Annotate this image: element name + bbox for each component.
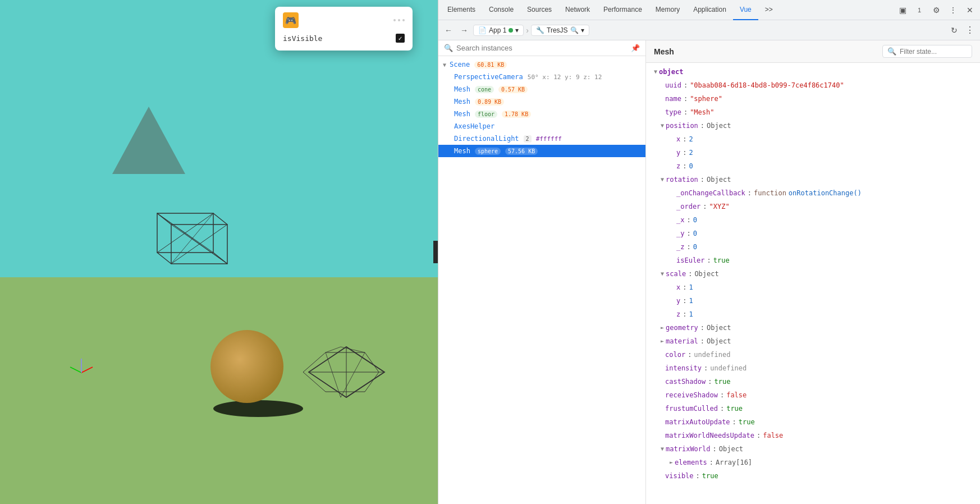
tab-performance[interactable]: Performance — [597, 0, 649, 20]
prop-key-name: name — [665, 93, 681, 104]
props-header: Mesh 🔍 — [646, 40, 980, 63]
widget-card: 🎮 isVisible ✓ — [275, 7, 413, 51]
prop-val-scale-y: 1 — [689, 295, 693, 306]
tree-row-axes[interactable]: AxesHelper — [438, 120, 645, 132]
breadcrumb-separator: › — [526, 26, 529, 35]
prop-rot-order: _order : "XYZ" — [646, 200, 980, 213]
prop-val-material: Object — [707, 336, 731, 347]
prop-val-elements: Array[16] — [716, 457, 752, 468]
tab-network[interactable]: Network — [558, 0, 597, 20]
tree-row-camera[interactable]: PerspectiveCamera 50° x: 12 y: 9 z: 12 — [438, 71, 645, 83]
prop-scale-z: z : 1 — [646, 308, 980, 321]
prop-toggle-elements[interactable]: ► — [670, 457, 673, 468]
prop-name: name : "sphere" — [646, 92, 980, 106]
pin-icon[interactable]: 📌 — [631, 44, 640, 52]
prop-material: ► material : Object — [646, 335, 980, 348]
tab-elements[interactable]: Elements — [441, 0, 482, 20]
mesh4-size-badge: 57.56 KB — [505, 148, 538, 155]
forward-button[interactable]: → — [457, 24, 471, 37]
collapse-panel-arrow[interactable]: ‹ — [433, 241, 438, 263]
prop-key-material: material — [666, 336, 698, 347]
prop-type: type : "Mesh" — [646, 106, 980, 119]
prop-colon: : — [684, 80, 688, 91]
breadcrumb-app[interactable]: 📄 App 1 ▾ — [473, 25, 524, 36]
filter-input[interactable] — [900, 48, 967, 56]
prop-scale-x: x : 1 — [646, 281, 980, 294]
tree-row-mesh3[interactable]: Mesh floor 1.78 KB — [438, 108, 645, 120]
app-label: App 1 — [489, 26, 506, 34]
prop-toggle-scale[interactable]: ▼ — [661, 268, 664, 280]
svg-line-19 — [326, 347, 341, 352]
widget-dot — [393, 19, 396, 21]
green-dot — [509, 28, 513, 33]
widget-row: isVisible ✓ — [283, 34, 405, 43]
prop-val-name: "sphere" — [690, 93, 722, 104]
prop-link-rotation-change[interactable]: onRotationChange() — [789, 187, 862, 199]
light-hex-badge: #ffffff — [536, 135, 562, 143]
more-icon[interactable]: ⋮ — [945, 2, 961, 18]
tab-more[interactable]: >> — [758, 0, 780, 20]
tab-vue[interactable]: Vue — [733, 0, 758, 20]
prop-key-position: position — [666, 120, 698, 131]
more-options-button[interactable]: ⋮ — [963, 24, 977, 37]
prop-rot-x: _x : 0 — [646, 213, 980, 227]
tab-sources[interactable]: Sources — [520, 0, 558, 20]
floor-badge: floor — [475, 111, 497, 118]
tree-row-mesh2[interactable]: Mesh 0.89 KB — [438, 95, 645, 108]
prop-val-color: undefined — [694, 349, 730, 360]
prop-val-rot-order: "XYZ" — [709, 201, 730, 212]
prop-scale: ▼ scale : Object — [646, 267, 980, 281]
tab-console[interactable]: Console — [482, 0, 520, 20]
settings-icon[interactable]: ⚙ — [928, 2, 944, 18]
prop-matrixautoupdate: matrixAutoUpdate : true — [646, 415, 980, 429]
prop-key-type: type — [665, 107, 681, 118]
prop-toggle-material[interactable]: ► — [661, 336, 664, 347]
prop-toggle-geometry[interactable]: ► — [661, 322, 664, 333]
tree-row-scene[interactable]: ▼ Scene 60.81 KB — [438, 58, 645, 71]
close-icon[interactable]: ✕ — [962, 2, 978, 18]
tresjs-pill[interactable]: 🔧 TresJS 🔍 ▾ — [531, 25, 589, 36]
widget-icon: 🎮 — [283, 12, 299, 28]
tree-row-light[interactable]: DirectionalLight 2 #ffffff — [438, 132, 645, 145]
tab-application[interactable]: Application — [686, 0, 733, 20]
prop-val-iseuler: true — [713, 255, 730, 266]
svg-line-21 — [81, 367, 93, 373]
tab-screen-icon[interactable]: ▣ — [895, 2, 910, 18]
prop-key-intensity: intensity — [665, 363, 702, 374]
prop-val-scale-x: 1 — [689, 282, 693, 293]
back-button[interactable]: ← — [442, 24, 455, 37]
search-input[interactable] — [456, 44, 628, 52]
tab-memory[interactable]: Memory — [649, 0, 686, 20]
devtools-panel: Elements Console Sources Network Perform… — [438, 0, 980, 504]
reload-button[interactable]: ↻ — [947, 24, 961, 37]
node-name-mesh4: Mesh — [454, 147, 470, 155]
prop-toggle[interactable]: ▼ — [654, 66, 657, 77]
prop-key-iseuler: isEuler — [676, 255, 705, 266]
widget-dot — [402, 19, 405, 21]
prop-toggle-rotation[interactable]: ▼ — [661, 174, 664, 185]
prop-val-position: Object — [707, 120, 731, 131]
node-name-mesh2: Mesh — [454, 98, 470, 106]
prop-key-scale: scale — [666, 268, 686, 280]
svg-line-4 — [213, 213, 227, 224]
prop-toggle-matrixworld[interactable]: ▼ — [661, 443, 664, 455]
prop-key-geometry: geometry — [666, 322, 698, 333]
prop-pos-y: y : 2 — [646, 146, 980, 159]
prop-val-matrixworld: Object — [719, 443, 743, 455]
prop-val-scale: Object — [694, 268, 718, 280]
tresjs-chevron-icon: ▾ — [581, 26, 584, 34]
svg-line-22 — [70, 367, 81, 373]
mesh2-size-badge: 0.89 KB — [475, 98, 504, 106]
tree-row-mesh1[interactable]: Mesh cone 0.57 KB — [438, 83, 645, 95]
prop-key-matrixworld: matrixWorld — [666, 443, 710, 455]
checkbox-checked[interactable]: ✓ — [396, 34, 405, 43]
prop-toggle-position[interactable]: ▼ — [661, 120, 664, 131]
sphere-shape — [210, 330, 283, 403]
prop-color: color : undefined — [646, 348, 980, 361]
prop-key-matrixworldneedsupdate: matrixWorldNeedsUpdate — [665, 430, 754, 441]
wireframe-cube — [152, 196, 230, 269]
tree-row-mesh4[interactable]: Mesh sphere 57.56 KB — [438, 145, 645, 157]
prop-val-intensity: undefined — [710, 363, 747, 374]
prop-uuid: uuid : "0baab084-6d18-4bd8-b099-7ce4f86c… — [646, 79, 980, 92]
pyramid-shape — [112, 107, 185, 174]
